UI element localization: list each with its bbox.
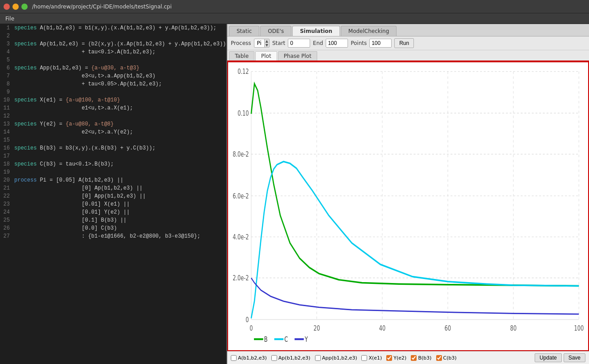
start-input[interactable] <box>288 39 310 48</box>
code-line-16: 16 species B(b3) = b3(x,y).(x.B(b3) + y.… <box>0 144 226 152</box>
points-label: Points <box>351 40 367 46</box>
code-line-21: 21 [0] Ap(b1,b2,e3) || <box>0 184 226 192</box>
code-line-8: 8 + tau<0.05>.Ap(b1,b2,e3); <box>0 80 226 88</box>
minimize-button[interactable] <box>12 4 19 10</box>
svg-text:2.0e-2: 2.0e-2 <box>233 275 249 282</box>
svg-text:100: 100 <box>574 324 584 332</box>
points-input[interactable] <box>369 39 392 48</box>
code-line-2: 2 <box>0 32 226 40</box>
svg-text:40: 40 <box>379 324 385 332</box>
species-checkbox-C[interactable] <box>436 355 442 361</box>
code-line-15: 15 <box>0 136 226 144</box>
code-line-24: 24 [0.01] Y(e2) || <box>0 208 226 216</box>
code-line-17: 17 <box>0 152 226 160</box>
tab-simulation[interactable]: Simulation <box>292 26 340 36</box>
menubar: File <box>0 13 589 24</box>
svg-text:Y: Y <box>304 336 308 343</box>
code-line-25: 25 [0.1] B(b3) || <box>0 216 226 224</box>
code-line-11: 11 e1<u,t>.a.X(e1); <box>0 104 226 112</box>
species-checkbox-A[interactable] <box>231 355 237 361</box>
code-line-10: 10 species X(e1) = {a-u@100, a-t@10} <box>0 96 226 104</box>
process-value: Pi <box>254 39 264 47</box>
tab-static[interactable]: Static <box>229 26 259 36</box>
species-label-Ap: Ap(b1,b2,e3) <box>278 355 311 361</box>
svg-text:B: B <box>264 336 268 343</box>
code-editor[interactable]: 1 species A(b1,b2,e3) = b1(x,y).(x.A(b1,… <box>0 24 227 364</box>
code-line-26: 26 [0.0] C(b3) <box>0 224 226 232</box>
code-line-13: 13 species Y(e2) = {a-u@80, a-t@8} <box>0 120 226 128</box>
file-menu[interactable]: File <box>4 16 16 22</box>
down-arrow-icon[interactable]: ▼ <box>265 43 269 47</box>
svg-text:6.0e-2: 6.0e-2 <box>233 192 249 200</box>
tab-table[interactable]: Table <box>229 51 254 61</box>
code-line-5: 5 <box>0 56 226 64</box>
species-item-C: C(b3) <box>436 355 457 361</box>
controls-row: Process Pi ▲ ▼ Start End Points Run <box>227 36 589 50</box>
tab-plot[interactable]: Plot <box>255 51 277 61</box>
code-line-23: 23 [0.01] X(e1) || <box>0 200 226 208</box>
code-line-7: 7 e3<u,t>.a.App(b1,b2,e3) <box>0 72 226 80</box>
species-row: A(b1,b2,e3) Ap(b1,b2,e3) App(b1,b2,e3) X… <box>227 351 589 364</box>
species-label-App: App(b1,b2,e3) <box>322 355 357 361</box>
code-line-18: 18 species C(b3) = tau<0.1>.B(b3); <box>0 160 226 168</box>
sub-tabs: Table Plot Phase Plot <box>227 50 589 61</box>
svg-text:8.0e-2: 8.0e-2 <box>233 150 249 158</box>
svg-text:60: 60 <box>445 324 451 332</box>
svg-text:0: 0 <box>245 316 249 324</box>
svg-text:0: 0 <box>250 324 253 332</box>
end-label: End <box>313 40 323 46</box>
right-panel: Static ODE's Simulation ModelChecking Pr… <box>227 24 589 364</box>
code-line-20: 20 process Pi = [0.05] A(b1,b2,e3) || <box>0 176 226 184</box>
start-label: Start <box>272 40 285 46</box>
update-button[interactable]: Update <box>535 353 562 362</box>
code-line-12: 12 <box>0 112 226 120</box>
species-checkbox-Y[interactable] <box>386 355 392 361</box>
species-item-X: X(e1) <box>361 355 382 361</box>
svg-rect-0 <box>228 62 588 350</box>
svg-text:0.10: 0.10 <box>237 109 249 117</box>
end-input[interactable] <box>326 39 348 48</box>
close-button[interactable] <box>4 4 10 10</box>
plot-area: 0.12 0.10 8.0e-2 6.0e-2 4.0e-2 2.0e-2 0 … <box>227 61 589 351</box>
top-tabs: Static ODE's Simulation ModelChecking <box>227 24 589 36</box>
code-line-4: 4 + tau<0.1>.A(b1,b2,e3); <box>0 48 226 56</box>
species-checkbox-B[interactable] <box>411 355 417 361</box>
code-line-9: 9 <box>0 88 226 96</box>
species-checkbox-App[interactable] <box>315 355 321 361</box>
code-line-22: 22 [0] App(b1,b2,e3) || <box>0 192 226 200</box>
species-item-Ap: Ap(b1,b2,e3) <box>271 355 311 361</box>
chart-svg: 0.12 0.10 8.0e-2 6.0e-2 4.0e-2 2.0e-2 0 … <box>228 62 588 350</box>
tab-odes[interactable]: ODE's <box>260 26 291 36</box>
maximize-button[interactable] <box>21 4 28 10</box>
code-line-14: 14 e2<u,t>.a.Y(e2); <box>0 128 226 136</box>
process-selector[interactable]: Pi ▲ ▼ <box>254 39 270 48</box>
titlebar: /home/andrew/project/Cpi-IDE/models/test… <box>0 0 589 13</box>
svg-text:4.0e-2: 4.0e-2 <box>233 233 249 241</box>
species-label-C: C(b3) <box>443 355 457 361</box>
species-checkbox-Ap[interactable] <box>271 355 277 361</box>
code-line-27: 27 : {b1-e1@1666, b2-e2@800, b3-e3@150}; <box>0 232 226 240</box>
svg-text:20: 20 <box>314 324 320 332</box>
species-label-B: B(b3) <box>418 355 431 361</box>
species-label-X: X(e1) <box>368 355 382 361</box>
svg-text:C: C <box>284 336 288 343</box>
species-item-B: B(b3) <box>411 355 431 361</box>
code-line-1: 1 species A(b1,b2,e3) = b1(x,y).(x.A(b1,… <box>0 24 226 32</box>
species-checkbox-X[interactable] <box>361 355 367 361</box>
tab-modelchecking[interactable]: ModelChecking <box>341 26 397 36</box>
run-button[interactable]: Run <box>394 38 414 48</box>
save-button[interactable]: Save <box>564 353 585 362</box>
code-line-6: 6 species App(b1,b2,e3) = {a-u@30, a-t@3… <box>0 64 226 72</box>
code-line-3: 3 species Ap(b1,b2,e3) = (b2(x,y).(x.Ap(… <box>0 40 226 48</box>
species-item-A: A(b1,b2,e3) <box>231 355 267 361</box>
window-controls[interactable] <box>4 4 28 10</box>
species-label-A: A(b1,b2,e3) <box>238 355 267 361</box>
code-line-19: 19 <box>0 168 226 176</box>
species-item-Y: Y(e2) <box>386 355 406 361</box>
tab-phase-plot[interactable]: Phase Plot <box>278 51 317 61</box>
process-arrows[interactable]: ▲ ▼ <box>264 39 269 47</box>
up-arrow-icon[interactable]: ▲ <box>265 39 269 43</box>
svg-text:80: 80 <box>510 324 516 332</box>
svg-text:0.12: 0.12 <box>237 68 249 76</box>
species-label-Y: Y(e2) <box>393 355 406 361</box>
